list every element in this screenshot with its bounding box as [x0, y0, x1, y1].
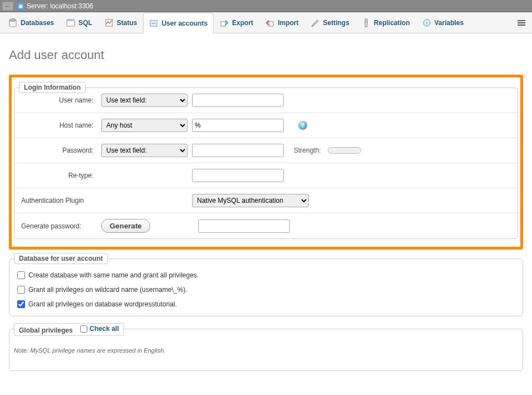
- nav-export[interactable]: Export: [214, 12, 259, 33]
- page-title: Add user account: [9, 48, 523, 62]
- row-generate: Generate password: Generate: [14, 213, 518, 238]
- svg-rect-2: [67, 19, 75, 21]
- row-username: User name: Use text field:: [14, 88, 518, 113]
- login-info-highlight: Login Information User name: Use text fi…: [9, 75, 523, 250]
- check-all-label: Check all: [90, 325, 119, 333]
- nav-settings[interactable]: Settings: [304, 12, 355, 33]
- database-icon: [8, 18, 17, 27]
- nav-label: Import: [278, 19, 298, 27]
- svg-rect-10: [364, 21, 368, 22]
- db-opt1-label: Create database with same name and grant…: [28, 271, 199, 279]
- check-all-control[interactable]: Check all: [80, 325, 119, 333]
- svg-text:i: i: [426, 21, 427, 26]
- db-legend: Database for user account: [14, 253, 108, 264]
- row-password: Password: Use text field: Strength:: [14, 138, 518, 163]
- retype-label: Re-type:: [19, 172, 97, 179]
- nav-variables[interactable]: i Variables: [416, 12, 470, 33]
- retype-input[interactable]: [192, 169, 284, 182]
- hostname-input[interactable]: [192, 119, 284, 132]
- db-opt2-checkbox[interactable]: [17, 286, 25, 294]
- username-input[interactable]: [192, 94, 284, 107]
- auth-select[interactable]: Native MySQL authentication: [192, 194, 309, 207]
- login-info-fieldset: Login Information User name: Use text fi…: [14, 87, 518, 239]
- main-nav: Databases SQL Status User accounts Expor…: [0, 12, 532, 33]
- strength-label: Strength:: [294, 147, 321, 154]
- users-icon: [149, 19, 158, 28]
- password-input[interactable]: [192, 144, 284, 157]
- hostname-label: Host name:: [19, 121, 97, 129]
- nav-label: SQL: [78, 19, 92, 27]
- nav-replication[interactable]: Replication: [356, 12, 416, 33]
- svg-rect-8: [269, 22, 273, 26]
- variables-icon: i: [422, 18, 431, 27]
- generate-button[interactable]: Generate: [101, 219, 150, 233]
- generate-output[interactable]: [198, 220, 290, 233]
- row-auth: Authentication Plugin Native MySQL authe…: [14, 188, 518, 213]
- global-priv-legend-text: Global privileges: [19, 326, 73, 334]
- password-select[interactable]: Use text field:: [101, 144, 188, 157]
- content: Add user account Login Information User …: [0, 33, 532, 384]
- db-opt3-checkbox[interactable]: [17, 300, 25, 308]
- help-icon[interactable]: ?: [298, 121, 307, 130]
- server-label: Server: localhost:3306: [27, 2, 93, 10]
- db-opt1-checkbox[interactable]: [17, 271, 25, 279]
- check-all-checkbox[interactable]: [80, 325, 87, 333]
- export-icon: [220, 18, 229, 27]
- server-icon: ▣: [17, 2, 24, 10]
- nav-label: Status: [117, 19, 137, 27]
- nav-user-accounts[interactable]: User accounts: [143, 13, 214, 33]
- privilege-note: Note: MySQL privilege names are expresse…: [14, 347, 519, 354]
- topbar: ← ▣ Server: localhost:3306: [0, 0, 532, 12]
- nav-sql[interactable]: SQL: [60, 12, 98, 33]
- db-fieldset: Database for user account Create databas…: [9, 259, 523, 316]
- back-button[interactable]: ←: [2, 2, 13, 11]
- nav-status[interactable]: Status: [98, 12, 144, 33]
- nav-more[interactable]: [511, 12, 532, 33]
- settings-icon: [311, 18, 319, 27]
- db-opt1: Create database with same name and grant…: [13, 268, 519, 282]
- auth-label: Authentication Plugin: [19, 197, 97, 204]
- db-opt2-label: Grant all privileges on wildcard name (u…: [28, 286, 187, 294]
- more-icon: [517, 20, 526, 26]
- username-select[interactable]: Use text field:: [101, 94, 188, 107]
- status-icon: [105, 18, 114, 27]
- sql-icon: [66, 18, 75, 27]
- svg-rect-7: [221, 22, 225, 26]
- db-opt3-label: Grant all privileges on database wordpre…: [28, 300, 177, 308]
- password-label: Password:: [19, 147, 97, 154]
- nav-label: User accounts: [161, 19, 208, 27]
- import-icon: [265, 18, 274, 27]
- username-label: User name:: [19, 96, 97, 104]
- global-priv-fieldset: Global privileges Check all Note: MySQL …: [9, 329, 523, 371]
- row-hostname: Host name: Any host ?: [14, 113, 518, 138]
- svg-rect-9: [365, 19, 367, 27]
- nav-label: Variables: [435, 19, 464, 27]
- hostname-select[interactable]: Any host: [101, 119, 188, 132]
- db-opt2: Grant all privileges on wildcard name (u…: [13, 282, 519, 297]
- generate-label: Generate password:: [19, 222, 97, 230]
- nav-label: Export: [232, 19, 253, 27]
- strength-meter: [328, 147, 361, 154]
- nav-label: Databases: [21, 19, 54, 27]
- global-priv-legend: Global privileges Check all: [14, 323, 124, 336]
- svg-point-5: [151, 22, 154, 25]
- replication-icon: [362, 18, 371, 27]
- login-info-legend: Login Information: [19, 82, 86, 93]
- nav-import[interactable]: Import: [259, 12, 304, 33]
- nav-label: Replication: [374, 19, 410, 27]
- svg-point-0: [9, 19, 16, 21]
- svg-point-6: [154, 22, 156, 25]
- nav-label: Settings: [323, 19, 349, 27]
- db-opt3: Grant all privileges on database wordpre…: [13, 297, 519, 311]
- row-retype: Re-type:: [14, 163, 518, 188]
- nav-databases[interactable]: Databases: [2, 12, 60, 33]
